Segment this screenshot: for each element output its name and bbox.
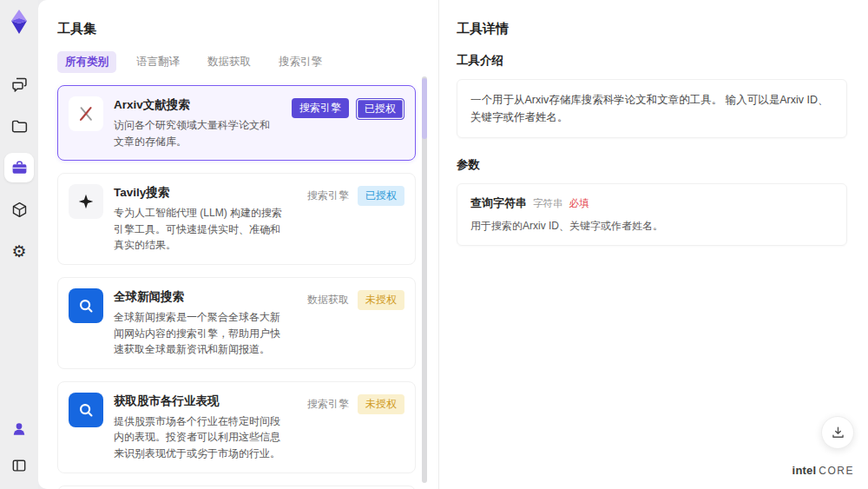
auth-status-badge: 未授权 <box>358 290 404 310</box>
core-wordmark: CORE <box>819 465 854 477</box>
param-required-badge: 必填 <box>569 197 589 210</box>
category-tab[interactable]: 搜索引擎 <box>271 51 330 73</box>
tool-badges: 搜索引擎 已授权 <box>306 184 404 254</box>
tool-card-body: 获取股市各行业表现 提供股票市场各个行业在特定时间段内的表现。投资者可以利用这些… <box>114 393 290 462</box>
auth-status-badge: 未授权 <box>358 394 404 414</box>
toolbox-icon-active[interactable] <box>4 153 34 182</box>
tool-name: 获取股市各行业表现 <box>114 393 290 409</box>
tool-card-list: Arxiv文献搜索 访问各个研究领域大量科学论文和文章的存储库。 搜索引擎 已授… <box>57 85 416 489</box>
tool-card[interactable]: Arxiv文献搜索 访问各个研究领域大量科学论文和文章的存储库。 搜索引擎 已授… <box>57 85 416 161</box>
tool-description: 访问各个研究领域大量科学论文和文章的存储库。 <box>114 117 276 149</box>
app-logo-icon <box>8 9 30 35</box>
page-title: 工具集 <box>57 21 416 37</box>
param-card: 查询字符串 字符串 必填 用于搜索的Arxiv ID、关键字或作者姓名。 <box>457 183 847 246</box>
sidebar: ⚙ <box>0 0 38 489</box>
param-header: 查询字符串 字符串 必填 <box>470 195 833 211</box>
list-scrollbar-thumb[interactable] <box>422 78 427 139</box>
tool-card[interactable]: 获取股市各行业表现 提供股票市场各个行业在特定时间段内的表现。投资者可以利用这些… <box>57 381 416 473</box>
tool-description: 提供股票市场各个行业在特定时间段内的表现。投资者可以利用这些信息来识别表现优于或… <box>114 413 290 462</box>
app-window: ⚙ 工具集 所有类别语言翻译数据获取搜索引擎 <box>0 0 868 489</box>
tool-description: 全球新闻搜索是一个聚合全球各大新闻网站内容的搜索引擎，帮助用户快速获取全球最新资… <box>114 309 290 358</box>
tool-card-body: 全球新闻搜索 全球新闻搜索是一个聚合全球各大新闻网站内容的搜索引擎，帮助用户快速… <box>114 288 290 358</box>
category-badge: 搜索引擎 <box>306 186 351 206</box>
chat-icon[interactable] <box>4 69 34 99</box>
intel-core-logo: intel CORE <box>792 464 854 477</box>
category-badge: 搜索引擎 <box>292 98 349 118</box>
params-section-title: 参数 <box>457 157 847 173</box>
auth-status-badge: 已授权 <box>356 98 404 120</box>
category-tab[interactable]: 所有类别 <box>57 51 116 73</box>
category-badge: 数据获取 <box>306 290 351 310</box>
param-type: 字符串 <box>533 197 563 210</box>
tool-icon <box>69 96 103 131</box>
collapse-panel-icon[interactable] <box>4 451 34 480</box>
category-tab[interactable]: 数据获取 <box>200 51 259 73</box>
folder-icon[interactable] <box>4 111 34 141</box>
user-avatar-icon[interactable] <box>4 414 34 444</box>
tool-card[interactable]: Tavily搜索 专为人工智能代理 (LLM) 构建的搜索引擎工具。可快速提供实… <box>57 173 416 265</box>
tool-card[interactable]: 全球新闻搜索 全球新闻搜索是一个聚合全球各大新闻网站内容的搜索引擎，帮助用户快速… <box>57 277 416 369</box>
tool-card[interactable]: 获取市场最活跃股票信息 提供当天交易量最高的股票列表。投资者可以利用这些信息来识… <box>57 486 416 489</box>
tool-badges: 数据获取 未授权 <box>306 288 404 358</box>
tool-name: 全球新闻搜索 <box>114 289 290 305</box>
param-name: 查询字符串 <box>470 195 527 211</box>
tool-icon <box>69 393 103 427</box>
detail-title: 工具详情 <box>457 21 847 37</box>
tool-name: Arxiv文献搜索 <box>114 97 276 113</box>
settings-gear-icon[interactable]: ⚙ <box>4 236 34 266</box>
tool-card-body: Arxiv文献搜索 访问各个研究领域大量科学论文和文章的存储库。 <box>114 96 276 149</box>
tool-icon <box>69 184 103 219</box>
tool-intro-text: 一个用于从Arxiv存储库搜索科学论文和文章的工具。 输入可以是Arxiv ID… <box>457 79 847 138</box>
category-tabs: 所有类别语言翻译数据获取搜索引擎 <box>57 51 416 73</box>
tool-badges: 搜索引擎 未授权 <box>306 393 404 462</box>
download-button[interactable] <box>821 416 854 449</box>
main-content: 工具集 所有类别语言翻译数据获取搜索引擎 Arxiv文献搜索 访问各个研究领域大… <box>38 0 868 489</box>
sidebar-nav: ⚙ <box>4 69 34 266</box>
category-badge: 搜索引擎 <box>306 394 351 414</box>
auth-status-badge: 已授权 <box>358 186 404 206</box>
tool-detail-pane: 工具详情 工具介绍 一个用于从Arxiv存储库搜索科学论文和文章的工具。 输入可… <box>438 0 868 489</box>
category-tab[interactable]: 语言翻译 <box>128 51 187 73</box>
tool-description: 专为人工智能代理 (LLM) 构建的搜索引擎工具。可快速提供实时、准确和真实的结… <box>114 205 290 254</box>
tool-card-body: Tavily搜索 专为人工智能代理 (LLM) 构建的搜索引擎工具。可快速提供实… <box>114 184 290 254</box>
list-scrollbar[interactable] <box>422 76 427 483</box>
param-description: 用于搜索的Arxiv ID、关键字或作者姓名。 <box>470 219 833 234</box>
intro-section-title: 工具介绍 <box>457 53 847 69</box>
tool-list-pane: 工具集 所有类别语言翻译数据获取搜索引擎 Arxiv文献搜索 访问各个研究领域大… <box>38 0 438 489</box>
tool-icon <box>69 288 103 323</box>
sidebar-bottom <box>4 414 34 480</box>
tool-badges: 搜索引擎 已授权 <box>292 96 404 149</box>
intel-wordmark: intel <box>792 464 817 477</box>
tool-name: Tavily搜索 <box>114 185 290 201</box>
package-icon[interactable] <box>4 195 34 224</box>
